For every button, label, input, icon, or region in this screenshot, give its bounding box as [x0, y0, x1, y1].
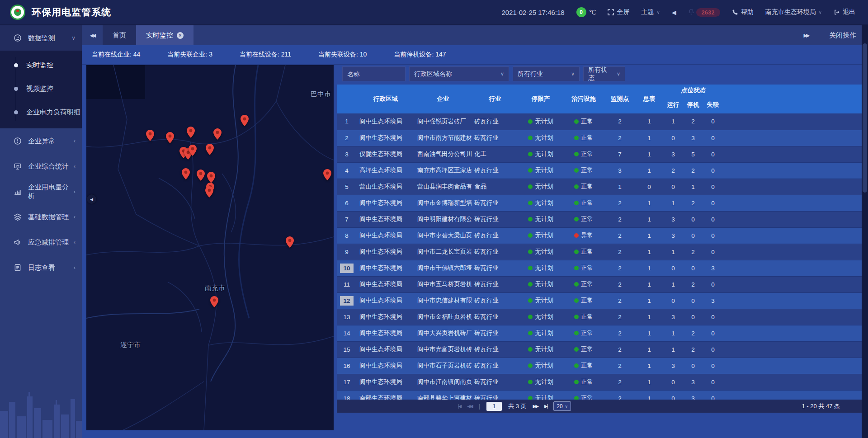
- page-size-select[interactable]: 20 ∨: [553, 401, 571, 411]
- cell-limit-status: 无计划: [519, 374, 563, 390]
- map-pin[interactable]: [323, 169, 331, 180]
- map-pin[interactable]: [197, 170, 205, 181]
- cell-index: 3: [337, 146, 357, 162]
- table-row[interactable]: 10阆中生态环境局阆中市千佛镇六郎垭页岩砖瓦行业无计划正常21003: [337, 260, 862, 276]
- table-row[interactable]: 7阆中生态环境局阆中明阳建材有限公司砖瓦行业无计划正常21300: [337, 211, 862, 227]
- tab-bar: ◀◀ 首页实时监控× ▶▶ 关闭操作: [82, 25, 868, 45]
- table-row[interactable]: 13阆中生态环境局阆中市金福旺页岩机砖砖瓦行业无计划正常21300: [337, 309, 862, 325]
- sidebar-subitem-realtime-monitor[interactable]: 实时监控: [0, 53, 82, 77]
- map-pin[interactable]: [166, 132, 174, 143]
- column-header[interactable]: 停限产: [519, 85, 563, 113]
- logout-icon: [834, 9, 840, 15]
- page-number-input[interactable]: [486, 402, 502, 411]
- exit-button[interactable]: 退出: [834, 8, 855, 16]
- region-filter-select[interactable]: 行政区域名称 ∨: [409, 66, 509, 81]
- cell-points: 2: [604, 113, 635, 130]
- tab-首页[interactable]: 首页: [103, 25, 136, 45]
- sidebar-item-emergency-reduction[interactable]: 应急减排管理‹: [0, 230, 82, 255]
- table-row[interactable]: 8阆中生态环境局阆中市枣碧大梁山页岩砖瓦行业无计划异常21300: [337, 227, 862, 244]
- bullet-icon: [14, 63, 18, 67]
- sub-column-header[interactable]: 运行: [663, 96, 683, 113]
- first-page-button[interactable]: |◀: [458, 404, 461, 409]
- close-tab-icon[interactable]: ×: [177, 32, 184, 39]
- column-header[interactable]: 企业: [415, 85, 472, 113]
- table-row[interactable]: 1阆中生态环境局阆中强锐页岩砖厂砖瓦行业无计划正常21120: [337, 113, 862, 130]
- org-dropdown[interactable]: 南充市生态环境局 ∨: [765, 8, 822, 16]
- cell-company: 阆中市五马桥页岩机砖: [415, 276, 472, 292]
- table-row[interactable]: 11阆中生态环境局阆中市五马桥页岩机砖砖瓦行业无计划正常21120: [337, 276, 862, 292]
- sidebar-item-enterprise-abnormal[interactable]: 企业异常‹: [0, 128, 82, 154]
- scroll-tabs-left-button[interactable]: ◀◀: [82, 25, 103, 45]
- map-pin[interactable]: [205, 186, 213, 198]
- table-row[interactable]: 17阆中生态环境局阆中市江南镇阆南页岩砖瓦行业无计划正常21030: [337, 374, 862, 390]
- table-row[interactable]: 4高坪生态环境局南充市高坪区王家店建砖瓦行业无计划正常31220: [337, 162, 862, 179]
- cell-meters: 1: [635, 358, 663, 374]
- sub-column-header[interactable]: 失联: [703, 96, 723, 113]
- sidebar-item-log-view[interactable]: 日志查看‹: [0, 255, 82, 280]
- map-pin[interactable]: [206, 144, 214, 155]
- sidebar-subitem-power-load-detail[interactable]: 企业电力负荷明细: [0, 100, 82, 124]
- cell-run: 1: [663, 276, 683, 292]
- map-pin[interactable]: [213, 128, 222, 140]
- map-pin[interactable]: [286, 236, 294, 248]
- cell-facility-status: 正常: [563, 211, 604, 227]
- sidebar-item-power-usage-analysis[interactable]: 企业用电量分析‹: [0, 179, 82, 204]
- cell-limit-status: 无计划: [519, 341, 563, 358]
- table-row[interactable]: 16阆中生态环境局阆中市石子页岩机砖厂砖瓦行业无计划正常21300: [337, 358, 862, 374]
- cell-meters: 0: [635, 179, 663, 195]
- sidebar-item-base-data-manage[interactable]: 基础数据管理‹: [0, 204, 82, 230]
- sidebar-item-data-monitor[interactable]: 数据监测∨: [0, 25, 82, 51]
- sub-column-header[interactable]: 停机: [683, 96, 703, 113]
- map-pin[interactable]: [189, 145, 197, 156]
- map-pin[interactable]: [182, 168, 190, 179]
- collapse-map-handle[interactable]: ◀: [87, 194, 96, 204]
- map-pin[interactable]: [241, 115, 249, 126]
- map-pin[interactable]: [146, 130, 154, 141]
- fullscreen-button[interactable]: 全屏: [608, 8, 629, 16]
- table-row[interactable]: 14阆中生态环境局阆中大兴页岩机砖厂砖瓦行业无计划正常21120: [337, 325, 862, 341]
- last-page-button[interactable]: ▶|: [544, 404, 547, 409]
- map-pin[interactable]: [187, 127, 195, 138]
- cell-points: 2: [604, 325, 635, 341]
- column-header[interactable]: 行政区域: [357, 85, 415, 113]
- column-header[interactable]: 总表: [635, 85, 663, 113]
- table-row[interactable]: 6阆中生态环境局阆中市金博瑞新型墙材砖瓦行业无计划正常21120: [337, 195, 862, 211]
- table-row[interactable]: 18南部生态环境局南部县碧华上河建材有砖瓦行业无计划正常21030: [337, 390, 862, 400]
- prev-page-button[interactable]: ◀◀: [467, 404, 472, 409]
- mute-button[interactable]: ◀: [672, 9, 676, 16]
- scroll-tabs-right-button[interactable]: ▶▶: [796, 33, 816, 38]
- map-canvas[interactable]: 巴中市南充市遂宁市 ◀: [86, 65, 334, 430]
- theme-dropdown[interactable]: 主题 ∨: [641, 8, 660, 16]
- cell-filler: [723, 227, 862, 244]
- cell-filler: [723, 146, 862, 162]
- table-row[interactable]: 15阆中生态环境局阆中市光富页岩机砖厂砖瓦行业无计划正常21120: [337, 341, 862, 358]
- table-row[interactable]: 3仪陇生态环境局西南油气田分公司川中化工无计划正常71350: [337, 146, 862, 162]
- sidebar-item-enterprise-statistics[interactable]: 企业综合统计‹: [0, 154, 82, 179]
- table-row[interactable]: 12阆中生态环境局阆中市忠信建材有限公砖瓦行业无计划正常21003: [337, 292, 862, 309]
- industry-filter-select[interactable]: 所有行业 ∨: [513, 66, 580, 81]
- tab-label: 实时监控: [146, 31, 173, 40]
- table-row[interactable]: 5营山生态环境局营山县润丰肉食品有限食品无计划正常10010: [337, 179, 862, 195]
- sidebar-subitem-video-monitor[interactable]: 视频监控: [0, 77, 82, 100]
- table-row[interactable]: 2阆中生态环境局阆中市南方节能建材有砖瓦行业无计划正常21030: [337, 130, 862, 146]
- page-scrollbar[interactable]: [862, 25, 868, 438]
- chevron-down-icon: ∨: [565, 404, 568, 409]
- scrollbar-thumb[interactable]: [863, 43, 867, 193]
- column-header[interactable]: 治污设施: [563, 85, 604, 113]
- cell-points: 7: [604, 146, 635, 162]
- cell-facility-status: 正常: [563, 390, 604, 400]
- map-pin[interactable]: [210, 296, 218, 307]
- table-row[interactable]: 9阆中生态环境局阆中市二龙长宝页岩砖砖瓦行业无计划正常21120: [337, 244, 862, 260]
- notifications[interactable]: 2632: [688, 8, 720, 17]
- table-scroll-area[interactable]: 1阆中生态环境局阆中强锐页岩砖厂砖瓦行业无计划正常211202阆中生态环境局阆中…: [337, 113, 862, 400]
- map-pin[interactable]: [207, 172, 215, 183]
- cell-stop: 2: [683, 195, 703, 211]
- name-filter-input[interactable]: [347, 71, 401, 78]
- status-filter-select[interactable]: 所有状态 ∨: [583, 66, 625, 81]
- close-operations-button[interactable]: 关闭操作: [829, 31, 856, 40]
- next-page-button[interactable]: ▶▶: [533, 404, 538, 409]
- help-button[interactable]: 帮助: [732, 8, 754, 16]
- column-header[interactable]: 行业: [472, 85, 519, 113]
- tab-实时监控[interactable]: 实时监控×: [136, 25, 193, 45]
- column-header[interactable]: 监测点: [604, 85, 635, 113]
